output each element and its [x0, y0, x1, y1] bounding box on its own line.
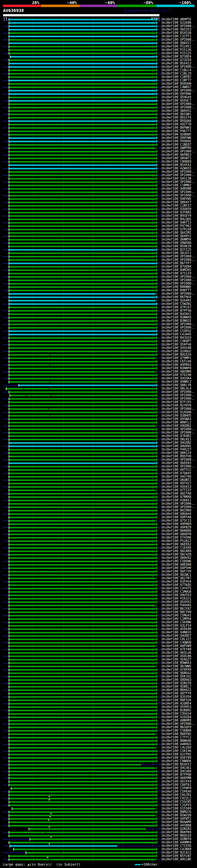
hit-bar[interactable]	[9, 666, 156, 667]
hit-bar[interactable]	[9, 161, 156, 162]
hit-label[interactable]: UniRef100_C0NRD6	[162, 759, 191, 763]
hit-bar[interactable]	[9, 777, 156, 779]
hit-label[interactable]: UniRef100_Q2N159	[162, 681, 191, 685]
hit-bar[interactable]	[9, 158, 156, 159]
hit-label[interactable]: UniRef100_Q8TFY0	[162, 691, 191, 695]
hit-bar[interactable]	[9, 798, 156, 799]
hit-bar[interactable]	[9, 737, 156, 738]
hit-bar[interactable]	[9, 835, 156, 837]
hit-bar[interactable]	[9, 236, 156, 237]
hit-bar[interactable]	[9, 425, 156, 427]
hit-label[interactable]: UniRef100_Q0GN71	[162, 156, 191, 160]
hit-bar[interactable]	[9, 144, 156, 146]
hit-label[interactable]: UniRef100_UPI000..	[162, 394, 195, 397]
hit-bar[interactable]	[9, 856, 156, 857]
hit-bar[interactable]	[9, 463, 156, 464]
hit-bar[interactable]	[9, 513, 156, 515]
hit-bar[interactable]	[9, 130, 156, 132]
hit-label[interactable]: UniRef100_UPI000..	[162, 458, 195, 461]
hit-bar[interactable]	[9, 740, 156, 742]
hit-bar[interactable]	[9, 578, 156, 579]
hit-bar[interactable]	[9, 327, 156, 329]
hit-label[interactable]: UniRef100_B4IKU1	[162, 312, 191, 316]
hit-label[interactable]: UniRef100_UPI000..	[162, 505, 195, 509]
hit-bar[interactable]	[9, 114, 156, 115]
hit-bar[interactable]	[9, 723, 156, 725]
hit-bar[interactable]	[9, 378, 156, 379]
hit-bar[interactable]	[9, 195, 156, 196]
hit-bar[interactable]	[9, 256, 156, 257]
hit-label[interactable]: UniRef100_Q38HU5	[162, 414, 191, 417]
hit-bar[interactable]	[9, 588, 156, 589]
hit-bar[interactable]	[9, 103, 156, 105]
hit-bar[interactable]	[9, 825, 156, 827]
hit-bar[interactable]	[9, 141, 156, 142]
hit-label[interactable]: UniRef100_C5KB00	[162, 729, 191, 732]
hit-label[interactable]: UniRef100_UPI000..	[162, 275, 195, 278]
hit-bar[interactable]	[9, 347, 156, 349]
hit-bar[interactable]	[9, 225, 156, 227]
hit-label[interactable]: UniRef100_Q4R5M0	[162, 187, 191, 190]
hit-label[interactable]: UniRef100_Q8AVI7	[162, 41, 191, 45]
hit-label[interactable]: UniRef100_UPI000..	[162, 258, 195, 261]
hit-bar[interactable]	[9, 246, 156, 247]
hit-label[interactable]: UniRef100_Q8LBI1	[162, 438, 191, 441]
hit-bar[interactable]	[9, 635, 156, 637]
hit-bar[interactable]	[9, 46, 156, 48]
hit-bar[interactable]	[9, 154, 156, 156]
hit-label[interactable]: UniRef100_C5P6X6	[162, 790, 191, 793]
hit-label[interactable]: UniRef100_B2B802	[162, 709, 191, 712]
hit-label[interactable]: UniRef100_C1BL29	[162, 72, 191, 75]
hit-label[interactable]: UniRef100_Q9W5R8	[162, 241, 191, 245]
hit-label[interactable]: UniRef100_C1M0G8	[162, 590, 191, 593]
hit-bar[interactable]	[9, 181, 156, 183]
hit-bar[interactable]	[9, 297, 156, 298]
hit-label[interactable]: UniRef100_C5KI46	[162, 749, 191, 752]
hit-label[interactable]: UniRef100_A8U9N9	[162, 370, 191, 373]
hit-label[interactable]: UniRef100_A6SLG6	[162, 651, 191, 654]
hit-bar[interactable]	[9, 22, 156, 24]
hit-label[interactable]: UniRef100_B0KWN5	[162, 285, 191, 288]
hit-label[interactable]: UniRef100_A9UT63	[162, 593, 191, 597]
hit-bar[interactable]	[9, 771, 156, 772]
hit-bar[interactable]	[9, 29, 156, 30]
hit-bar[interactable]	[10, 395, 156, 396]
hit-label[interactable]: UniRef100_Q6BGU2	[162, 671, 191, 675]
hit-label[interactable]: UniRef100_B6QCQ3	[162, 834, 191, 837]
hit-bar[interactable]	[9, 70, 156, 71]
hit-bar[interactable]	[9, 307, 156, 308]
hit-label[interactable]: UniRef100_UPI000..	[162, 89, 195, 92]
hit-bar[interactable]	[9, 76, 156, 78]
hit-label[interactable]: UniRef100_C7YTC1	[162, 736, 191, 739]
hit-label[interactable]: UniRef100_P47962	[162, 224, 191, 227]
hit-label[interactable]: UniRef100_C3ZTF1	[162, 34, 191, 38]
hit-bar[interactable]	[9, 242, 156, 244]
hit-bar[interactable]	[9, 628, 156, 630]
hit-label[interactable]: UniRef100_A7APX9	[162, 668, 191, 671]
hit-label[interactable]: UniRef100_Q2N0Y4	[162, 837, 191, 841]
hit-label[interactable]: UniRef100_Q804Y7	[162, 200, 191, 204]
hit-bar[interactable]	[9, 822, 156, 823]
hit-bar[interactable]	[9, 439, 156, 440]
hit-label[interactable]: UniRef100_C5DEW6	[162, 559, 191, 563]
hit-bar[interactable]	[14, 848, 156, 850]
hit-bar[interactable]	[9, 53, 156, 54]
hit-label[interactable]: UniRef100_Q7PL68	[162, 227, 191, 231]
hit-bar[interactable]	[9, 659, 156, 660]
hit-bar[interactable]	[9, 259, 156, 261]
hit-bar[interactable]	[9, 435, 156, 437]
hit-label[interactable]: UniRef100_Q7ZUI0	[162, 58, 191, 62]
hit-label[interactable]: UniRef100_A7QAV5	[162, 471, 191, 475]
hit-bar[interactable]	[9, 341, 156, 342]
hit-bar[interactable]	[9, 310, 156, 312]
hit-label[interactable]: UniRef100_P22451	[162, 45, 191, 48]
hit-bar[interactable]	[9, 612, 156, 613]
hit-label[interactable]: UniRef100_Q54XX3	[162, 600, 191, 603]
hit-bar[interactable]	[9, 591, 156, 593]
hit-label[interactable]: UniRef100_B3NKK9	[162, 316, 191, 319]
hit-label[interactable]: UniRef100_Q75C13	[162, 519, 191, 522]
hit-label[interactable]: UniRef100_C5GCB5	[162, 800, 191, 803]
hit-label[interactable]: UniRef100_A7EYA0	[162, 648, 191, 651]
hit-bar[interactable]	[9, 686, 156, 688]
hit-bar[interactable]	[9, 364, 156, 366]
